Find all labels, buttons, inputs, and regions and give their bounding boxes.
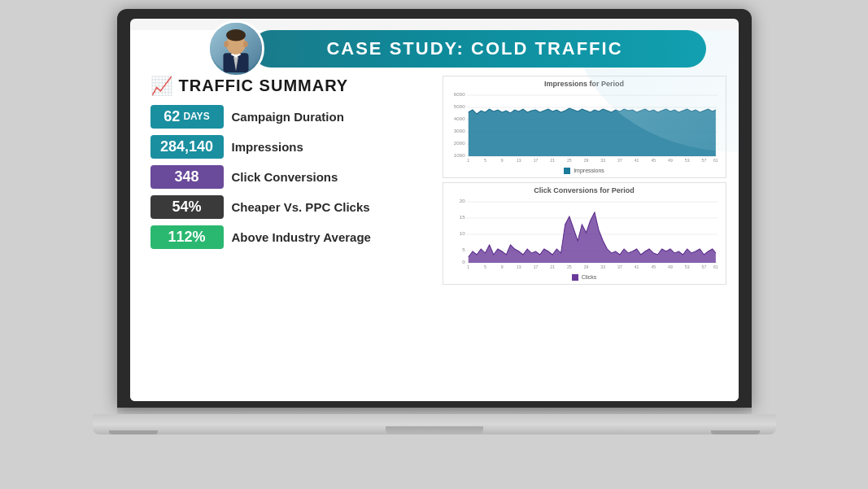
svg-text:53: 53 [684, 158, 689, 163]
chart-up-icon: 📈 [150, 76, 172, 97]
svg-text:6000: 6000 [453, 91, 465, 97]
stat-row-impressions: 284,140 Impressions [150, 135, 434, 159]
laptop-wrapper: CASE STUDY: COLD TRAFFIC 📈 TRAFFIC SUMMA… [101, 9, 768, 481]
svg-text:13: 13 [516, 264, 521, 269]
svg-text:41: 41 [634, 264, 639, 269]
svg-text:37: 37 [617, 158, 622, 163]
label-campaign-duration: Campaign Duration [232, 110, 344, 124]
svg-text:5000: 5000 [453, 103, 465, 109]
svg-text:15: 15 [459, 214, 465, 220]
svg-text:37: 37 [617, 264, 622, 269]
header-title: CASE STUDY: COLD TRAFFIC [260, 38, 690, 59]
laptop-foot-right [711, 430, 760, 434]
label-impressions: Impressions [232, 140, 303, 154]
clicks-chart-container: Click Conversions for Period 20 15 10 5 … [443, 182, 726, 285]
traffic-summary-text: TRAFFIC SUMMARY [179, 76, 349, 95]
svg-text:49: 49 [668, 158, 673, 163]
badge-value-impressions: 284,140 [160, 138, 213, 155]
laptop-screen-bezel: CASE STUDY: COLD TRAFFIC 📈 TRAFFIC SUMMA… [130, 19, 739, 401]
svg-text:5: 5 [462, 247, 465, 252]
laptop-screen-content: CASE STUDY: COLD TRAFFIC 📈 TRAFFIC SUMMA… [130, 19, 739, 401]
svg-text:17: 17 [533, 158, 538, 163]
laptop-foot-left [109, 430, 158, 434]
days-label: DAYS [183, 111, 209, 122]
impressions-chart-title: Impressions for Period [450, 80, 719, 88]
stat-row-click-conversions: 348 Click Conversions [150, 165, 434, 189]
impressions-chart-container: Impressions for Period 6000 5000 4000 30… [443, 76, 726, 178]
svg-text:61: 61 [713, 158, 718, 163]
svg-text:1: 1 [467, 158, 469, 163]
label-industry: Above Industry Average [232, 230, 371, 244]
svg-text:45: 45 [651, 158, 656, 163]
svg-text:3000: 3000 [453, 128, 465, 133]
svg-point-8 [243, 41, 247, 46]
stats-table: 62 DAYS Campaign Duration 284,140 [150, 105, 434, 249]
slide: CASE STUDY: COLD TRAFFIC 📈 TRAFFIC SUMMA… [130, 30, 739, 401]
svg-text:25: 25 [567, 264, 572, 269]
slide-body: 📈 TRAFFIC SUMMARY 62 DAYS [130, 76, 739, 285]
svg-text:9: 9 [500, 158, 503, 163]
badge-industry: 112% [150, 225, 224, 249]
impressions-legend: Impressions [450, 168, 719, 174]
svg-text:29: 29 [583, 158, 588, 163]
svg-text:29: 29 [583, 264, 588, 269]
clicks-legend-box [572, 274, 578, 281]
badge-impressions: 284,140 [150, 135, 224, 159]
svg-text:1: 1 [467, 264, 469, 269]
clicks-chart: 20 15 10 5 0 [450, 196, 719, 269]
slide-header: CASE STUDY: COLD TRAFFIC [252, 30, 706, 68]
svg-text:1000: 1000 [453, 152, 465, 158]
svg-text:25: 25 [567, 158, 572, 163]
badge-cheaper: 54% [150, 195, 224, 219]
svg-point-7 [224, 41, 228, 46]
laptop-screen-outer: CASE STUDY: COLD TRAFFIC 📈 TRAFFIC SUMMA… [117, 9, 752, 408]
traffic-summary-title: 📈 TRAFFIC SUMMARY [150, 76, 434, 97]
svg-text:33: 33 [600, 158, 605, 163]
svg-text:4000: 4000 [453, 116, 465, 121]
badge-click-conversions: 348 [150, 165, 224, 189]
svg-text:5: 5 [484, 264, 486, 269]
svg-text:5: 5 [484, 158, 486, 163]
clicks-legend: Clicks [450, 274, 719, 281]
svg-point-6 [226, 28, 246, 41]
badge-campaign-duration: 62 DAYS [150, 105, 224, 129]
left-panel: 📈 TRAFFIC SUMMARY 62 DAYS [142, 76, 434, 285]
clicks-legend-label: Clicks [582, 274, 597, 280]
svg-text:57: 57 [701, 158, 706, 163]
right-panel: Impressions for Period 6000 5000 4000 30… [443, 76, 726, 285]
svg-text:0: 0 [462, 259, 465, 264]
laptop-notch [386, 426, 483, 434]
avatar [207, 20, 264, 77]
badge-value-industry: 112% [168, 229, 205, 246]
svg-text:61: 61 [713, 264, 718, 269]
svg-text:13: 13 [516, 158, 521, 163]
svg-text:21: 21 [550, 264, 555, 269]
impressions-legend-box [564, 168, 570, 174]
svg-text:9: 9 [500, 264, 503, 269]
svg-text:21: 21 [550, 158, 555, 163]
stat-row-industry: 112% Above Industry Average [150, 225, 434, 249]
impressions-chart: 6000 5000 4000 3000 2000 1000 [450, 90, 719, 163]
impressions-legend-label: Impressions [574, 168, 604, 173]
svg-text:20: 20 [459, 198, 465, 203]
laptop-base [93, 414, 776, 434]
badge-value-cheaper: 54% [172, 199, 201, 216]
svg-text:53: 53 [684, 264, 689, 269]
clicks-chart-title: Click Conversions for Period [450, 186, 719, 194]
svg-text:57: 57 [701, 264, 706, 269]
svg-text:45: 45 [651, 264, 656, 269]
svg-text:2000: 2000 [453, 140, 465, 146]
svg-text:33: 33 [600, 264, 605, 269]
svg-text:41: 41 [634, 158, 639, 163]
laptop-hinge [117, 408, 752, 414]
stat-row-cheaper: 54% Cheaper Vs. PPC Clicks [150, 195, 434, 219]
svg-text:10: 10 [459, 230, 465, 236]
svg-text:17: 17 [533, 264, 538, 269]
svg-text:49: 49 [668, 264, 673, 269]
stat-row-campaign: 62 DAYS Campaign Duration [150, 105, 434, 129]
label-click-conversions: Click Conversions [232, 170, 338, 184]
badge-value-clicks: 348 [174, 168, 198, 186]
badge-value-days: 62 [164, 108, 180, 125]
label-cheaper: Cheaper Vs. PPC Clicks [232, 200, 370, 214]
